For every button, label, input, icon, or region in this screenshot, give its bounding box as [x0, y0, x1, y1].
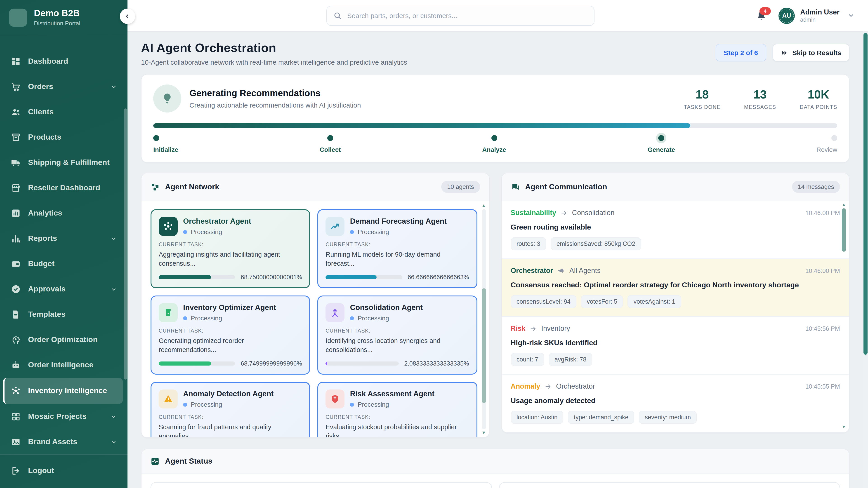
sidebar-item-clients[interactable]: Clients: [0, 99, 127, 125]
merge-icon: [326, 303, 345, 322]
agent-communication-panel: Agent Communication 14 messages Sustaina…: [501, 173, 849, 433]
search-icon: [333, 11, 342, 20]
chevron-down-icon: [848, 12, 855, 19]
message-sustainability-consolidation: Sustainability Consolidation 10:46:00 PM…: [502, 201, 849, 259]
bar-chart-icon: [11, 234, 21, 243]
sidebar-item-dashboard[interactable]: Dashboard: [0, 49, 127, 74]
logout-button[interactable]: Logout: [0, 458, 127, 484]
sidebar-item-mosaic-projects[interactable]: Mosaic Projects: [0, 404, 127, 429]
scroll-up-icon[interactable]: ▲: [842, 202, 846, 207]
sidebar-item-order-intelligence[interactable]: Order Intelligence: [0, 352, 127, 378]
chevron-left-icon: [124, 13, 131, 20]
step-dot: [831, 135, 837, 141]
check-circle-icon: [11, 284, 21, 294]
sidebar-item-brand-assets[interactable]: Brand Assets: [0, 429, 127, 455]
step-collect: Collect: [320, 135, 341, 153]
agents-count-badge: 10 agents: [441, 181, 480, 193]
status-dot: [183, 316, 187, 320]
page-scrollbar[interactable]: [863, 31, 868, 488]
message-anomaly-orchestrator: Anomaly Orchestrator 10:45:55 PM Usage a…: [502, 375, 849, 432]
user-menu[interactable]: AU Admin User admin: [778, 7, 855, 24]
page-subtitle: 10-Agent collaborative network with real…: [141, 58, 407, 66]
scrollbar-thumb[interactable]: [842, 208, 846, 252]
phase-subtitle: Creating actionable recommendations with…: [189, 101, 361, 109]
phase-title: Generating Recommendations: [189, 88, 361, 98]
agent-network-body: Orchestrator Agent Processing CURRENT TA…: [142, 201, 489, 437]
step-dot: [153, 135, 159, 141]
mosaic-grid-icon: [11, 412, 21, 422]
inventory-bin-icon: [159, 303, 178, 322]
topbar: 4 AU Admin User admin: [127, 0, 868, 32]
user-name: Admin User: [800, 8, 839, 17]
megaphone-icon: [558, 267, 565, 274]
stat-data-points: 10K DATA POINTS: [800, 88, 837, 109]
agent-network-scrollbar[interactable]: ▲ ▼: [481, 203, 487, 435]
status-dot: [350, 316, 354, 320]
sidebar-item-analytics[interactable]: Analytics: [0, 201, 127, 226]
store-icon: [11, 183, 21, 193]
sidebar-item-reseller-dashboard[interactable]: Reseller Dashboard: [0, 175, 127, 201]
agent-card-inventory-optimizer: Inventory Optimizer Agent Processing CUR…: [151, 295, 310, 375]
message-tag: consensusLevel: 94: [510, 295, 577, 308]
agent-card-orchestrator: Orchestrator Agent Processing CURRENT TA…: [151, 209, 310, 288]
panel-title: Agent Network: [165, 182, 219, 191]
truck-icon: [11, 158, 21, 168]
scroll-down-icon[interactable]: ▼: [842, 424, 846, 430]
network-icon: [11, 386, 21, 396]
sidebar-item-budget[interactable]: Budget: [0, 251, 127, 276]
agent-status-panel: Agent Status Orchestrator Demand: [141, 449, 849, 488]
sidebar-item-order-optimization[interactable]: Order Optimization: [0, 327, 127, 352]
scroll-down-icon[interactable]: ▼: [482, 430, 486, 435]
user-role: admin: [800, 17, 839, 23]
message-tag: avgRisk: 78: [549, 353, 592, 366]
skip-to-results-button[interactable]: Skip to Results: [772, 44, 849, 61]
lightbulb-icon: [153, 85, 181, 112]
box-icon: [11, 132, 21, 142]
sidebar-item-inventory-intelligence[interactable]: Inventory Intelligence: [3, 378, 123, 404]
message-tag: routes: 3: [510, 237, 546, 250]
step-dot: [491, 135, 497, 141]
message-tag: location: Austin: [510, 411, 563, 424]
page-title: AI Agent Orchestration: [141, 41, 407, 55]
sidebar-item-templates[interactable]: Templates: [0, 302, 127, 327]
chevron-down-icon: [111, 439, 117, 445]
agent-progress-bar: [326, 275, 402, 279]
sidebar-item-shipping[interactable]: Shipping & Fulfillment: [0, 150, 127, 175]
notifications-button[interactable]: 4: [756, 10, 767, 21]
activity-pulse-icon: [151, 457, 160, 466]
progress-steps: Initialize Collect Analyze Generate Revi…: [153, 135, 837, 153]
sidebar: Demo B2B Distribution Portal Dashboard O…: [0, 0, 127, 488]
agent-communication-scrollbar[interactable]: ▲ ▼: [841, 202, 847, 430]
sidebar-item-approvals[interactable]: Approvals: [0, 276, 127, 302]
orchestrator-network-icon: [159, 217, 178, 236]
search-input[interactable]: [346, 11, 588, 20]
search-box[interactable]: [327, 6, 594, 26]
sidebar-item-reports[interactable]: Reports: [0, 226, 127, 251]
message-tag: severity: medium: [639, 411, 697, 424]
page-scrollbar-thumb[interactable]: [864, 33, 868, 355]
chevron-down-icon: [111, 414, 117, 420]
progress-stats: 18 TASKS DONE 13 MESSAGES 10K DATA POINT…: [684, 88, 837, 109]
panel-title: Agent Status: [165, 457, 213, 466]
sidebar-scrollbar[interactable]: [124, 108, 127, 380]
fast-forward-icon: [780, 49, 788, 56]
agent-progress-bar: [159, 362, 235, 366]
arrow-right-icon: [561, 209, 567, 216]
sidebar-item-orders[interactable]: Orders: [0, 74, 127, 99]
scroll-up-icon[interactable]: ▲: [482, 203, 486, 208]
message-tag: type: demand_spike: [568, 411, 634, 424]
document-icon: [11, 310, 21, 320]
status-dot: [350, 230, 354, 234]
status-dot: [183, 230, 187, 234]
orchestration-progress-card: Generating Recommendations Creating acti…: [141, 74, 849, 163]
people-icon: [11, 107, 21, 117]
network-hierarchy-icon: [151, 182, 160, 191]
sidebar-collapse-button[interactable]: [120, 8, 135, 24]
stat-messages: 13 MESSAGES: [744, 88, 776, 109]
sidebar-item-products[interactable]: Products: [0, 125, 127, 150]
scrollbar-thumb[interactable]: [482, 289, 486, 403]
stat-tasks-done: 18 TASKS DONE: [684, 88, 721, 109]
sidebar-footer: Logout: [0, 454, 127, 488]
message-tag: emissionsSaved: 850kg CO2: [551, 237, 641, 250]
brain-gear-icon: [11, 335, 21, 345]
